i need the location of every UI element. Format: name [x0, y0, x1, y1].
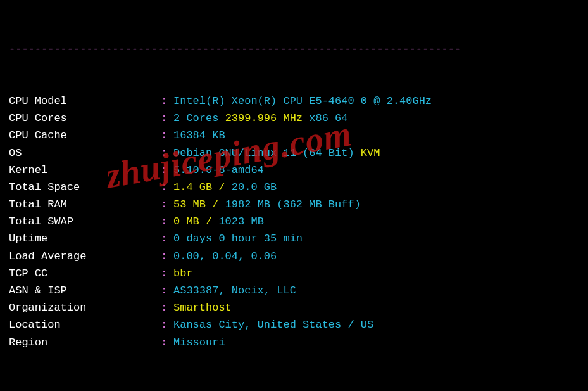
row-value: Missouri: [173, 334, 225, 351]
value-part: 5.10.0-8-amd64: [173, 164, 264, 176]
value-part: 0 days 0 hour 35 min: [173, 233, 303, 245]
row-separator: :: [161, 93, 173, 110]
row-value: 0.00, 0.04, 0.06: [173, 248, 277, 265]
row-label: OS: [9, 144, 161, 162]
row-label: Load Average: [9, 248, 161, 265]
row-label: TCP CC: [9, 265, 161, 282]
sysinfo-row: ASN & ISP: AS33387, Nocix, LLC: [9, 282, 579, 299]
row-value: 0 days 0 hour 35 min: [173, 230, 303, 247]
value-part: 16384 KB: [173, 129, 225, 141]
row-separator: :: [161, 179, 173, 196]
row-label: Total SWAP: [9, 213, 161, 230]
sysinfo-row: CPU Cache: 16384 KB: [9, 127, 579, 144]
row-separator: :: [161, 248, 173, 265]
value-part: 2399.996 MHz: [225, 112, 310, 124]
row-separator: :: [161, 144, 173, 162]
value-part: 53 MB /: [173, 198, 225, 210]
row-value: bbr: [173, 265, 193, 282]
row-separator: :: [161, 299, 173, 316]
row-separator: :: [161, 230, 173, 247]
sysinfo-row: Region: Missouri: [9, 334, 579, 351]
sysinfo-row: Kernel: 5.10.0-8-amd64: [9, 162, 579, 179]
row-value: Debian GNU/Linux 11 (64 Bit) KVM: [173, 144, 380, 162]
sysinfo-row: Total Space: 1.4 GB / 20.0 GB: [9, 179, 579, 196]
value-part: 1023 MB: [218, 215, 263, 228]
value-part: AS33387, Nocix, LLC: [173, 285, 296, 297]
value-part: Intel(R) Xeon(R) CPU E5-4640 0 @ 2.40GHz: [173, 95, 432, 107]
sysinfo-row: OS: Debian GNU/Linux 11 (64 Bit) KVM: [9, 144, 579, 162]
row-label: Region: [9, 334, 161, 351]
row-label: CPU Cache: [9, 127, 161, 144]
value-part: bbr: [173, 267, 193, 279]
row-label: Kernel: [9, 162, 161, 179]
value-part: x86_64: [309, 112, 347, 124]
row-value: 5.10.0-8-amd64: [173, 162, 264, 179]
row-separator: :: [161, 196, 173, 213]
row-value: 16384 KB: [173, 127, 225, 144]
row-value: Intel(R) Xeon(R) CPU E5-4640 0 @ 2.40GHz: [173, 93, 432, 110]
value-part: 0.00, 0.04, 0.06: [173, 250, 277, 262]
row-label: Total Space: [9, 179, 161, 196]
row-label: ASN & ISP: [9, 282, 161, 299]
row-separator: :: [161, 213, 173, 230]
sysinfo-row: Organization: Smarthost: [9, 299, 579, 316]
row-value: 0 MB / 1023 MB: [173, 213, 264, 230]
terminal-output: ----------------------------------------…: [0, 0, 588, 391]
value-part: (362 MB Buff): [277, 198, 361, 210]
row-separator: :: [161, 265, 173, 282]
sysinfo-row: CPU Cores: 2 Cores 2399.996 MHz x86_64: [9, 110, 579, 127]
row-label: Organization: [9, 299, 161, 316]
divider-top: ----------------------------------------…: [9, 41, 579, 58]
value-part: Smarthost: [173, 302, 232, 314]
row-value: 2 Cores 2399.996 MHz x86_64: [173, 110, 347, 127]
value-part: 1982 MB: [225, 198, 277, 210]
value-part: 0 MB /: [173, 215, 218, 228]
value-part: 1.4 GB /: [173, 181, 232, 193]
row-value: AS33387, Nocix, LLC: [173, 282, 296, 299]
sysinfo-row: Total SWAP: 0 MB / 1023 MB: [9, 213, 579, 230]
sysinfo-row: Uptime: 0 days 0 hour 35 min: [9, 230, 579, 247]
row-value: Kansas City, United States / US: [173, 316, 373, 333]
row-separator: :: [161, 162, 173, 179]
row-label: Total RAM: [9, 196, 161, 213]
row-label: Uptime: [9, 230, 161, 247]
row-separator: :: [161, 110, 173, 127]
value-part: Missouri: [173, 337, 225, 349]
value-part: Debian GNU/Linux 11 (64 Bit): [173, 147, 361, 159]
row-separator: :: [161, 282, 173, 299]
value-part: 20.0 GB: [232, 181, 277, 193]
sysinfo-row: Total RAM: 53 MB / 1982 MB (362 MB Buff): [9, 196, 579, 213]
row-separator: :: [161, 316, 173, 333]
value-part: Kansas City, United States / US: [173, 319, 373, 331]
row-separator: :: [161, 127, 173, 144]
row-value: 1.4 GB / 20.0 GB: [173, 179, 277, 196]
value-part: 2 Cores: [173, 112, 225, 124]
sysinfo-row: Location: Kansas City, United States / U…: [9, 316, 579, 333]
row-label: CPU Model: [9, 93, 161, 110]
value-part: KVM: [361, 147, 380, 159]
row-value: 53 MB / 1982 MB (362 MB Buff): [173, 196, 361, 213]
row-value: Smarthost: [173, 299, 232, 316]
sysinfo-row: Load Average: 0.00, 0.04, 0.06: [9, 248, 579, 265]
row-label: Location: [9, 316, 161, 333]
divider-mid: ----------------------------------------…: [9, 385, 579, 391]
sysinfo-row: CPU Model: Intel(R) Xeon(R) CPU E5-4640 …: [9, 93, 579, 110]
row-separator: :: [161, 334, 173, 351]
row-label: CPU Cores: [9, 110, 161, 127]
sysinfo-row: TCP CC: bbr: [9, 265, 579, 282]
